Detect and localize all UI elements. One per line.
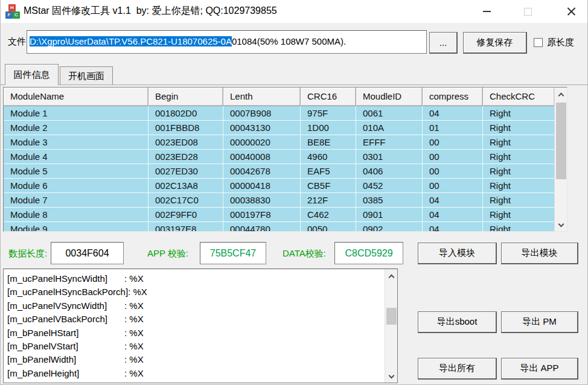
browse-button[interactable]: ... [429, 32, 458, 54]
cell-begin: 0023ED08 [149, 135, 223, 150]
cell-crc16: 4960 [301, 150, 356, 164]
table-scrollbar-thumb[interactable] [556, 103, 566, 179]
cell-checkcrc: Right [483, 193, 554, 208]
log-line: [m_ucPanelHSyncBackPorch]: %X [7, 285, 382, 299]
cell-crc16: EAF5 [301, 164, 356, 179]
cell-modulename: Module 4 [4, 150, 149, 164]
cell-compress: 00 [423, 150, 483, 164]
table-row[interactable]: Module 8002F9FF0000197F8C462090104Right [4, 208, 554, 222]
cell-lenth: 00040008 [223, 150, 301, 164]
cell-begin: 002C17C0 [149, 193, 223, 208]
cell-compress: 04 [423, 208, 483, 222]
cell-lenth: 0007B908 [223, 106, 301, 121]
panel-log-textarea[interactable]: [m_ucPanelHSyncWidth]: %X [m_ucPanelHSyn… [3, 269, 398, 383]
cell-lenth: 00000020 [223, 135, 301, 150]
cell-crc16: CB5F [301, 179, 356, 193]
cell-compress: 01 [423, 121, 483, 135]
export-app-button[interactable]: 导出 APP [501, 358, 578, 380]
cell-moudleid: 0061 [356, 106, 423, 121]
app-window: H F C MStar 固件修改工具 v1.1 by: 爱上你是错; QQ:10… [0, 0, 588, 385]
app-icon: H F C [5, 4, 20, 19]
cell-compress: 00 [423, 179, 483, 193]
cell-compress: 00 [423, 164, 483, 179]
cell-checkcrc: Right [483, 121, 554, 135]
cell-moudleid: 0452 [356, 179, 423, 193]
col-header-lenth[interactable]: Lenth [223, 88, 301, 106]
cell-crc16: BE8E [301, 135, 356, 150]
cell-moudleid: 0385 [356, 193, 423, 208]
icon-block-f: F [5, 11, 13, 19]
module-table: ModuleName Begin Lenth CRC16 MoudleID co… [3, 87, 567, 232]
file-path-input[interactable]: D:\Xgpro\UserData\TP.V56.PC821-U18070625… [27, 30, 427, 54]
table-row[interactable]: Module 9003197E8000447800050090204Right [4, 222, 554, 231]
minimize-button[interactable] [473, 0, 500, 23]
cell-modulename: Module 3 [4, 135, 149, 150]
cell-checkcrc: Right [483, 135, 554, 150]
col-header-moudleid[interactable]: MoudleID [356, 88, 423, 106]
import-module-button[interactable]: 导入模块 [418, 243, 497, 264]
cell-modulename: Module 9 [4, 222, 149, 231]
maximize-icon [524, 8, 532, 16]
file-label: 文件 [8, 36, 26, 48]
cell-compress: 00 [423, 135, 483, 150]
repair-save-button[interactable]: 修复保存 [463, 32, 527, 54]
scroll-up-arrow-icon[interactable] [385, 269, 398, 282]
export-all-button[interactable]: 导出所有 [418, 358, 497, 380]
cell-modulename: Module 7 [4, 193, 149, 208]
cell-moudleid: EFFF [356, 135, 423, 150]
col-header-crc16[interactable]: CRC16 [301, 88, 356, 106]
cell-moudleid: 010A [356, 121, 423, 135]
log-line: [m_bPanelVStart]: %X [7, 340, 382, 353]
table-row[interactable]: Module 50027ED3000042678EAF5040600Right [4, 164, 554, 179]
log-scrollbar[interactable] [385, 269, 397, 383]
export-module-button[interactable]: 导出模块 [501, 243, 578, 264]
window-title: MStar 固件修改工具 v1.1 by: 爱上你是错; QQ:10297398… [24, 5, 277, 18]
scroll-down-arrow-icon[interactable] [555, 218, 567, 231]
table-row[interactable]: Module 1001802D00007B908975F006104Right [4, 106, 554, 121]
col-header-modulename[interactable]: ModuleName [4, 88, 149, 106]
file-path-rest-text: 01084(50% 108W7 500MA). [232, 36, 346, 46]
icon-block-c: C [13, 11, 20, 19]
tab-firmware-info[interactable]: 固件信息 [5, 64, 59, 85]
cell-modulename: Module 8 [4, 208, 149, 222]
cell-lenth: 00044780 [223, 222, 301, 231]
table-row[interactable]: Module 6002C13A800000418CB5F045200Right [4, 179, 554, 193]
export-pm-button[interactable]: 导出 PM [501, 311, 578, 333]
close-icon [566, 7, 577, 17]
scroll-down-arrow-icon[interactable] [385, 369, 398, 383]
table-row[interactable]: Module 7002C17C000038830212F038504Right [4, 193, 554, 208]
log-scrollbar-thumb[interactable] [386, 308, 397, 325]
cell-crc16: 975F [301, 106, 356, 121]
cell-crc16: C462 [301, 208, 356, 222]
log-line: [m_bPanelWidth]: %X [7, 353, 382, 366]
tab-boot-screen[interactable]: 开机画面 [60, 66, 113, 85]
app-crc-label: APP 校验: [147, 248, 188, 259]
data-crc-value: C8CD5929 [334, 242, 403, 264]
maximize-button[interactable] [514, 0, 542, 23]
close-button[interactable] [557, 0, 585, 23]
app-crc-value: 75B5CF47 [200, 242, 266, 264]
titlebar: H F C MStar 固件修改工具 v1.1 by: 爱上你是错; QQ:10… [1, 0, 587, 23]
log-line: [m_ucPanelHSyncWidth]: %X [7, 272, 382, 285]
cell-begin: 002C13A8 [149, 179, 223, 193]
original-length-checkbox[interactable] [534, 38, 543, 47]
export-sboot-button[interactable]: 导出sboot [418, 311, 497, 333]
cell-checkcrc: Right [483, 222, 554, 231]
cell-begin: 001FBBD8 [149, 121, 223, 135]
cell-compress: 04 [423, 193, 483, 208]
col-header-checkcrc[interactable]: CheckCRC [483, 88, 554, 106]
table-row[interactable]: Module 30023ED0800000020BE8EEFFF00Right [4, 135, 554, 150]
log-line: [m_ucPanelVBackPorch]: %X [7, 313, 382, 326]
icon-block-h: H [8, 4, 16, 11]
scroll-up-arrow-icon[interactable] [555, 88, 567, 101]
col-header-compress[interactable]: compress [423, 88, 483, 106]
col-header-begin[interactable]: Begin [149, 88, 223, 106]
cell-modulename: Module 1 [4, 106, 149, 121]
table-row[interactable]: Module 40023ED28000400084960030100Right [4, 150, 554, 164]
table-row[interactable]: Module 2001FBBD8000431301D00010A01Right [4, 121, 554, 135]
cell-modulename: Module 6 [4, 179, 149, 193]
cell-lenth: 00042678 [223, 164, 301, 179]
cell-moudleid: 0301 [356, 150, 423, 164]
table-scrollbar[interactable] [554, 88, 567, 231]
cell-lenth: 00000418 [223, 179, 301, 193]
